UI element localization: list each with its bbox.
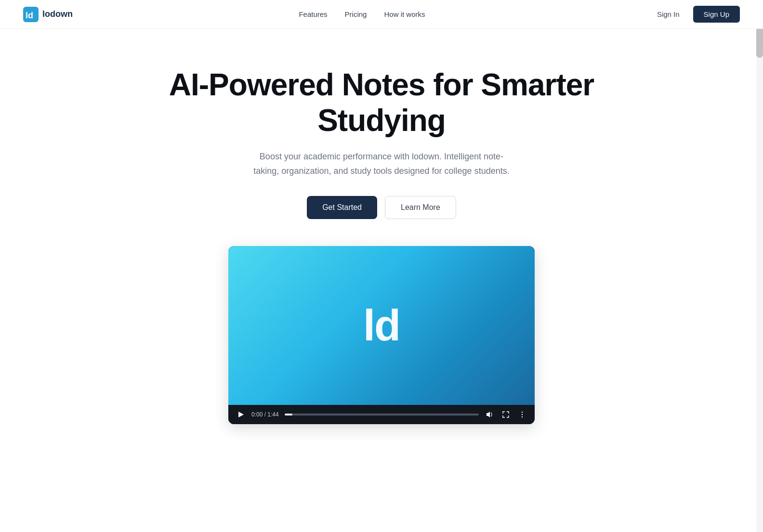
volume-icon <box>486 411 493 418</box>
video-logo-text: ld <box>363 304 400 347</box>
nav-menu: Features Pricing How it works <box>299 10 425 18</box>
svg-point-4 <box>522 414 523 415</box>
video-logo: ld <box>363 304 400 347</box>
hero-cta-buttons: Get Started Learn More <box>307 196 456 219</box>
nav-item-pricing[interactable]: Pricing <box>345 10 367 18</box>
brand-logo[interactable]: ld lodown <box>23 7 73 22</box>
video-time-display: 0:00 / 1:44 <box>251 411 279 418</box>
learn-more-button[interactable]: Learn More <box>385 196 456 219</box>
video-progress-bar[interactable] <box>285 414 479 415</box>
nav-item-features[interactable]: Features <box>299 10 327 18</box>
navbar: ld lodown Features Pricing How it works … <box>0 0 763 29</box>
nav-item-how-it-works[interactable]: How it works <box>384 10 425 18</box>
video-fullscreen-button[interactable] <box>501 410 511 419</box>
video-screen[interactable]: ld <box>228 246 535 405</box>
svg-text:ld: ld <box>26 11 33 20</box>
hero-section: AI-Powered Notes for Smarter Studying Bo… <box>0 29 763 443</box>
play-icon <box>237 411 244 418</box>
brand-name: lodown <box>42 9 73 19</box>
video-player: ld 0:00 / 1:44 <box>228 246 535 424</box>
signup-button[interactable]: Sign Up <box>693 6 740 23</box>
video-volume-button[interactable] <box>485 410 494 419</box>
svg-marker-2 <box>238 412 244 417</box>
signin-button[interactable]: Sign In <box>651 6 685 22</box>
video-controls-bar: 0:00 / 1:44 <box>228 405 535 424</box>
get-started-button[interactable]: Get Started <box>307 196 377 219</box>
video-progress-fill <box>285 414 292 415</box>
fullscreen-icon <box>502 411 510 418</box>
scrollbar[interactable] <box>756 0 763 532</box>
video-right-controls <box>485 410 527 419</box>
hero-subtitle: Boost your academic performance with lod… <box>251 150 512 178</box>
svg-point-5 <box>522 416 523 417</box>
svg-point-3 <box>522 411 523 412</box>
video-play-button[interactable] <box>236 410 246 419</box>
more-options-icon <box>518 411 526 418</box>
logo-icon: ld <box>23 7 39 22</box>
video-more-button[interactable] <box>517 410 527 419</box>
navbar-actions: Sign In Sign Up <box>651 6 740 23</box>
hero-title: AI-Powered Notes for Smarter Studying <box>165 67 598 138</box>
